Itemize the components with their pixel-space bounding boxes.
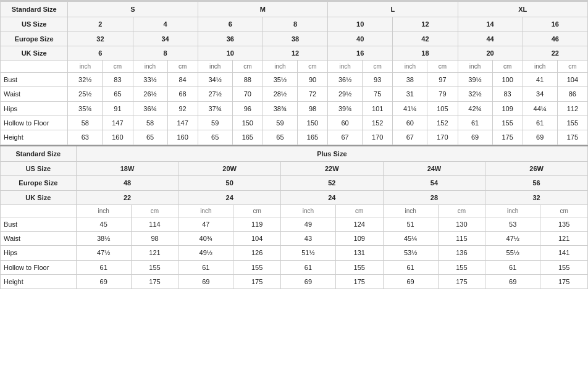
s1-hollow-label: Hollow to Floor [1, 116, 68, 130]
s1-height-label: Height [1, 130, 68, 145]
s2-banner-row: Standard Size Plus Size [1, 146, 588, 162]
s1-us-label: US Size [1, 17, 68, 32]
s2-hips-row: Hips 47½ 121 49½ 126 51½ 131 53½ 136 55½… [1, 246, 588, 260]
s2-unit-row: inch cm inch cm inch cm inch cm inch cm [1, 204, 588, 217]
standard-size-banner: Standard Size [1, 2, 68, 17]
s1-unit-row: inch cm inch cm inch cm inch cm inch cm … [1, 61, 588, 73]
s1-hips-row: Hips 35¾ 91 36¾ 92 37¾ 96 38¾ 98 39¾ 101… [1, 101, 588, 116]
s1-hollow-row: Hollow to Floor 58 147 58 147 59 150 59 … [1, 116, 588, 130]
s2-uk-label: UK Size [1, 190, 77, 204]
s1-bust-label: Bust [1, 73, 68, 87]
l-banner: L [328, 2, 458, 17]
s2-waist-label: Waist [1, 232, 77, 246]
s1-waist-label: Waist [1, 87, 68, 101]
s2-hollow-row: Hollow to Floor 61 155 61 155 61 155 61 … [1, 260, 588, 274]
s2-plus-banner: Plus Size [76, 146, 587, 162]
s1-hips-label: Hips [1, 101, 68, 116]
s2-height-row: Height 69 175 69 175 69 175 69 175 69 17… [1, 275, 588, 289]
s2-bust-label: Bust [1, 217, 77, 231]
s1-waist-row: Waist 25½ 65 26½ 68 27½ 70 28½ 72 29½ 75… [1, 87, 588, 101]
m-banner: M [198, 2, 327, 17]
s2-standard-banner: Standard Size [1, 146, 77, 162]
full-size-chart: Standard Size S M L XL US Size 2 4 6 8 1… [0, 1, 588, 289]
s2-waist-row: Waist 38½ 98 40¾ 104 43 109 45¼ 115 47½ … [1, 232, 588, 246]
s2-bust-row: Bust 45 114 47 119 49 124 51 130 53 135 [1, 217, 588, 231]
s2-us-row: US Size 18W 20W 22W 24W 26W [1, 161, 588, 175]
s1-uk-label: UK Size [1, 46, 68, 60]
s1-us-row: US Size 2 4 6 8 10 12 14 16 [1, 17, 588, 32]
s2-europe-label: Europe Size [1, 176, 77, 190]
s2-hollow-label: Hollow to Floor [1, 260, 77, 274]
s2-height-label: Height [1, 275, 77, 289]
s1-bust-row: Bust 32½ 83 33½ 84 34½ 88 35½ 90 36½ 93 … [1, 73, 588, 87]
s1-height-row: Height 63 160 65 160 65 165 65 165 67 17… [1, 130, 588, 145]
s2-hips-label: Hips [1, 246, 77, 260]
s2-uk-row: UK Size 22 24 24 28 32 [1, 190, 588, 204]
s1-uk-row: UK Size 6 8 10 12 16 18 20 22 [1, 46, 588, 60]
s1-banner-row: Standard Size S M L XL [1, 2, 588, 17]
s2-europe-row: Europe Size 48 50 52 54 56 [1, 176, 588, 190]
s1-europe-label: Europe Size [1, 32, 68, 46]
s-banner: S [68, 2, 198, 17]
s1-europe-row: Europe Size 32 34 36 38 40 42 44 46 [1, 32, 588, 46]
s2-us-label: US Size [1, 161, 77, 175]
xl-banner: XL [458, 2, 587, 17]
